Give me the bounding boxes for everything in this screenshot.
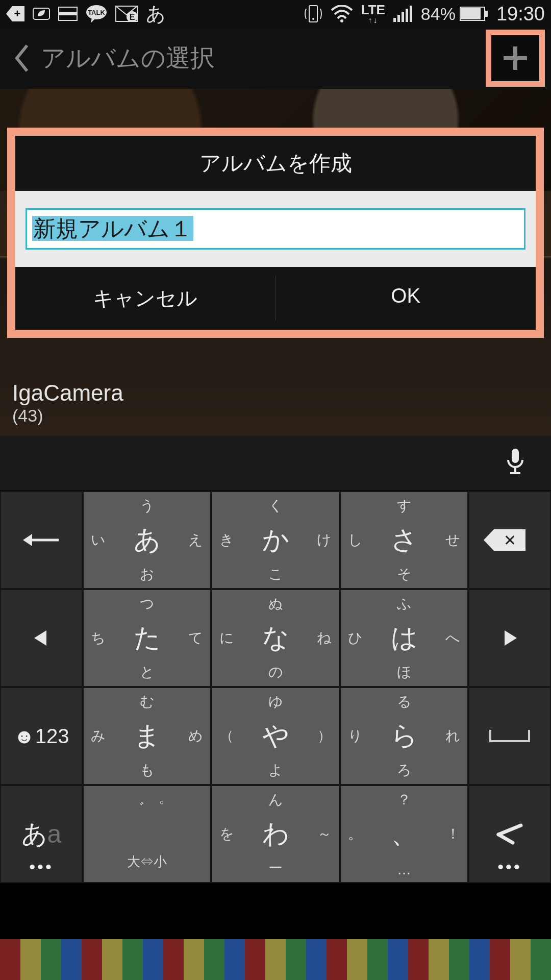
key-reverse-tab[interactable] (0, 491, 83, 589)
key-space[interactable] (468, 687, 551, 785)
dialog-highlight: アルバムを作成 新規アルバム１ キャンセル OK (7, 128, 544, 338)
album-grid: IgaCamera (43) アルバムを作成 新規アルバム１ キャンセル OK (0, 89, 551, 436)
notification-icon-add: + (6, 6, 24, 21)
key-ma[interactable]: むもみめま (83, 687, 211, 785)
keyboard: うおいえあ くこきけか すそしせさ ✕ つとちてた ぬのにねな ふほひへは ☻1… (0, 491, 551, 883)
add-album-button[interactable] (491, 35, 539, 81)
key-ha[interactable]: ふほひへは (340, 589, 468, 687)
key-ta[interactable]: つとちてた (83, 589, 211, 687)
battery-percent: 84% (421, 4, 456, 24)
svg-rect-18 (410, 6, 412, 22)
key-mode-switch[interactable]: あa ••• (0, 785, 83, 883)
vibrate-icon (304, 4, 322, 24)
svg-rect-16 (402, 12, 404, 22)
svg-rect-21 (485, 11, 488, 17)
ok-button[interactable]: OK (276, 267, 536, 330)
more-dots-icon: ••• (29, 857, 54, 877)
key-ya[interactable]: ゆよ（）や (211, 687, 340, 785)
space-icon (489, 730, 530, 742)
key-cursor-right[interactable] (468, 589, 551, 687)
key-sa[interactable]: すそしせさ (340, 491, 468, 589)
svg-rect-15 (397, 15, 400, 22)
svg-marker-29 (34, 630, 46, 646)
card-icon (58, 7, 78, 21)
svg-marker-6 (91, 18, 96, 23)
svg-text:TALK: TALK (88, 9, 105, 16)
album-name-input[interactable]: 新規アルバム１ (26, 208, 525, 250)
key-enter[interactable]: ••• (468, 785, 551, 883)
network-type: LTE↑↓ (361, 3, 385, 24)
key-dakuten[interactable]: ゛ ゜大⇔小 (83, 785, 211, 883)
key-ka[interactable]: くこきけか (211, 491, 340, 589)
key-emoji-num[interactable]: ☻123 (0, 687, 83, 785)
svg-marker-30 (505, 630, 517, 646)
eco-icon (33, 6, 50, 21)
album-thumbnail-2 (0, 939, 551, 980)
more-dots-icon: ••• (497, 857, 522, 877)
svg-rect-17 (406, 9, 408, 22)
key-ra[interactable]: るろりれら (340, 687, 468, 785)
album-label: IgaCamera (43) (12, 380, 123, 426)
svg-text:E: E (130, 13, 135, 21)
album-name-input-value: 新規アルバム１ (32, 216, 193, 241)
svg-rect-24 (512, 449, 519, 463)
key-wa[interactable]: んーを～わ (211, 785, 340, 883)
key-backspace[interactable]: ✕ (468, 491, 551, 589)
album-count: (43) (12, 406, 123, 426)
create-album-dialog: アルバムを作成 新規アルバム１ キャンセル OK (15, 136, 536, 330)
clock: 19:30 (496, 3, 545, 25)
mail-e-icon: E (115, 6, 138, 22)
svg-point-12 (312, 18, 314, 20)
page-title: アルバムの選択 (41, 42, 486, 75)
svg-rect-14 (393, 18, 396, 22)
key-na[interactable]: ぬのにねな (211, 589, 340, 687)
back-button[interactable] (6, 38, 37, 79)
talk-icon: TALK (86, 5, 107, 23)
svg-rect-20 (461, 8, 481, 19)
voice-input-icon[interactable] (505, 447, 525, 479)
status-bar: + TALK E あ LTE↑↓ 84% 19:30 (0, 0, 551, 28)
wifi-icon (331, 5, 353, 22)
svg-marker-28 (23, 534, 32, 546)
key-a[interactable]: うおいえあ (83, 491, 211, 589)
backspace-icon: ✕ (494, 529, 525, 551)
app-header: アルバムの選択 (0, 28, 551, 89)
album-name: IgaCamera (12, 380, 123, 406)
cancel-button[interactable]: キャンセル (15, 267, 276, 330)
svg-rect-4 (59, 12, 77, 15)
svg-text:+: + (14, 7, 21, 20)
svg-point-13 (340, 19, 343, 22)
key-punct[interactable]: ？…。！、 (340, 785, 468, 883)
battery-icon (460, 7, 488, 21)
ime-suggestion-bar (0, 436, 551, 491)
signal-icon (393, 6, 413, 22)
add-button-highlight (486, 30, 545, 87)
ime-indicator: あ (146, 1, 166, 27)
dialog-title: アルバムを作成 (15, 136, 536, 191)
key-cursor-left[interactable] (0, 589, 83, 687)
